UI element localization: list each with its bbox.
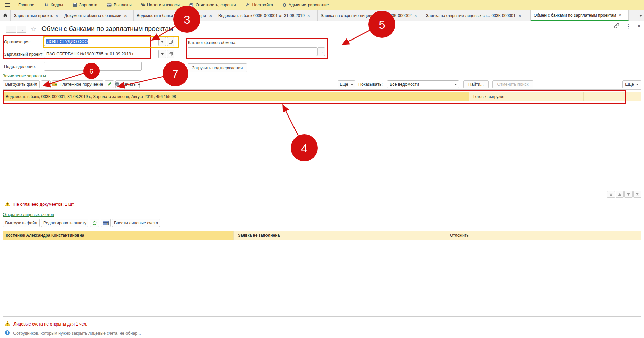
tab[interactable]: Заявка на открытие лицевых сч... 003К-00… [423,10,531,21]
home-tab[interactable] [0,10,11,21]
show-filter-combo[interactable]: Все ведомости [387,80,459,88]
department-input[interactable] [44,62,142,71]
refresh-icon[interactable] [41,80,51,88]
menu-item-label: Администрирование [289,3,329,7]
unpaid-warning: Не оплачено документов: 1 шт. [5,201,75,207]
menu-item[interactable]: %Налоги и взносы [136,0,185,10]
menu-item-label: Главное [18,3,34,7]
payment-order-button[interactable]: Платежное поручение [52,80,103,88]
menu-item[interactable]: Главное [13,0,39,10]
edit-questionnaire-button[interactable]: Редактировать анкету [41,219,88,227]
go-up-icon[interactable] [616,191,624,198]
menu-item-label: Настройка [252,3,273,7]
organization-dropdown-icon[interactable] [159,37,166,46]
show-filter-dropdown-icon[interactable] [452,81,459,88]
tab[interactable]: Документы обмена с банками× [61,10,134,21]
menu-item-label: Выплаты [114,3,132,7]
organization-input[interactable]: ЛОФТ СТУДИО ООО [44,37,159,46]
catalog-browse-button[interactable]: ... [317,47,325,56]
menu-item[interactable]: ⚙Администрирование [278,0,334,10]
menu-item[interactable]: Кадры [39,0,68,10]
accounts-table[interactable] [3,229,641,317]
kebab-menu-icon[interactable]: ⋮ [626,23,631,29]
accounts-info: Сотрудников, которым нужно закрыть лицев… [5,330,141,336]
export-file-button[interactable]: Выгрузить файл [3,80,40,88]
enter-accounts-button[interactable]: Ввести лицевые счета [112,219,160,227]
folder-plus-icon [52,82,57,87]
tab-label: Заявка на открытие лицевых сч... 003К-00… [426,13,516,18]
tab-close-icon[interactable]: × [55,13,58,18]
more-button-left[interactable]: Еще [338,80,355,88]
tab[interactable]: Зарплатные проекты× [11,10,61,21]
go-down-icon[interactable] [624,191,633,198]
postpone-cell[interactable]: Отложить [446,231,641,240]
forward-button[interactable]: → [17,26,26,33]
project-dropdown-icon[interactable] [159,50,166,58]
tab-label: Ведомость в банк 003К-000001 от 31.08.20… [218,13,305,18]
tab[interactable]: Сотрудники× [185,10,215,21]
tab-close-icon[interactable]: × [124,13,127,18]
project-open-icon[interactable] [167,50,174,58]
find-button[interactable]: Найти... [463,80,489,88]
statements-table[interactable] [3,89,641,190]
load-confirmations-button[interactable]: Загрузить подтверждения [188,63,247,72]
statement-row-status-cell[interactable]: Готов к выгрузке [469,92,583,101]
statement-row-description-cell[interactable]: Ведомость в банк, 003К-000001, 31.08.201… [3,92,469,101]
tab-label: Сотрудники [188,13,206,18]
organization-open-icon[interactable] [167,37,174,46]
go-top-icon[interactable] [607,191,615,198]
postpone-link[interactable]: Отложить [450,233,469,238]
refresh-icon-2[interactable] [90,219,99,227]
tab-close-icon[interactable]: × [176,13,178,18]
catalog-label: Каталог файлов обмена: [188,40,236,45]
page-title: Обмен с банками по зарплатным проектам [41,25,173,33]
organization-label: Организация: [4,40,31,44]
accounts-section-link[interactable]: Открытие лицевых счетов [3,212,54,217]
tab[interactable]: Обмен с банками по зарплатным проектам× [531,10,629,21]
accounts-warning: Лицевые счета не открыты для 1 чел. [5,321,87,327]
tab[interactable]: Заявка на открытие лицевых сче...003К-00… [318,10,423,21]
employee-name-cell[interactable]: Костенюк Александра Константиновна [3,231,233,240]
back-button[interactable]: ← [6,26,16,33]
menu-item[interactable]: Отчетность, справки [185,0,241,10]
payments-icon [107,3,112,7]
hamburger-icon[interactable] [4,3,13,7]
project-input[interactable]: ПАО СБЕРБАНК №19891765 от 01.09.2019 г. [44,50,159,58]
favorite-star-icon[interactable]: ☆ [30,25,36,33]
tab-close-icon[interactable]: × [414,13,417,18]
tab-close-icon[interactable]: × [619,12,621,18]
application-status-cell[interactable]: Заявка не заполнена [233,231,446,240]
go-bottom-icon[interactable] [633,191,641,198]
main-menubar: ГлавноеКадрыЗарплатаВыплаты%Налоги и взн… [0,0,644,10]
print-button[interactable]: Печать [115,80,140,88]
wrench-icon [245,3,250,7]
tab-close-icon[interactable]: × [209,13,212,18]
gear-icon: ⚙ [282,2,287,8]
tab[interactable]: Ведомость в банк 003К-000001 от 31.08.20… [215,10,318,21]
home-icon [3,13,8,19]
app-window: ГлавноеКадрыЗарплатаВыплаты%Налоги и взн… [0,0,644,338]
pencil-icon[interactable] [105,80,114,88]
tab-close-icon[interactable]: × [519,13,521,18]
tab-label: Документы обмена с банками [64,13,121,18]
link-icon[interactable] [613,22,620,30]
organization-value: ЛОФТ СТУДИО ООО [46,39,88,44]
salary-section-link[interactable]: Зачисление зарплаты [3,74,46,78]
menu-item[interactable]: Выплаты [102,0,136,10]
tab-list-dropdown-icon[interactable] [637,10,644,21]
printer-icon [115,82,120,87]
more-button-right[interactable]: Еще [622,80,641,88]
tab[interactable]: Ведомости в банки× [134,10,185,21]
cancel-search-button[interactable]: Отменить поиск [492,80,533,88]
export-file-button-2[interactable]: Выгрузить файл [3,219,40,227]
close-form-icon[interactable]: × [637,23,641,30]
statement-row-empty-cell[interactable] [583,92,641,101]
menu-item[interactable]: Зарплата [68,0,102,10]
tab-close-icon[interactable]: × [307,13,310,18]
percent-icon: % [141,2,145,7]
menu-item[interactable]: Настройка [241,0,278,10]
catalog-input[interactable] [188,47,317,56]
info-icon [5,330,10,336]
bank-card-icon[interactable] [101,219,111,227]
project-label: Зарплатный проект: [4,52,44,57]
